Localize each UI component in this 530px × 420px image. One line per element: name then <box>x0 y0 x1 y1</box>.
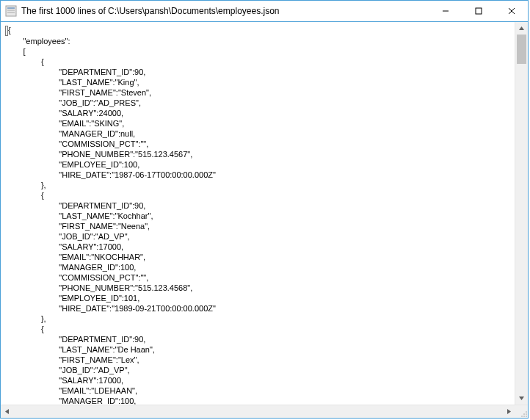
svg-marker-11 <box>507 409 511 414</box>
text-content[interactable]: { "employees": [ { "DEPARTMENT_ID":90, "… <box>1 22 515 405</box>
horizontal-scrollbar-track[interactable] <box>13 405 503 418</box>
svg-rect-5 <box>476 8 482 14</box>
vertical-scrollbar[interactable] <box>515 22 528 405</box>
close-button[interactable] <box>495 1 528 21</box>
vertical-scrollbar-thumb[interactable] <box>517 35 526 64</box>
resize-grip[interactable] <box>515 405 528 418</box>
minimize-button[interactable] <box>429 1 462 21</box>
scroll-up-arrow-icon[interactable] <box>515 22 528 35</box>
window-controls <box>429 1 528 21</box>
svg-marker-8 <box>519 26 524 30</box>
svg-point-17 <box>526 411 527 413</box>
maximize-button[interactable] <box>462 1 495 21</box>
window: The first 1000 lines of C:\Users\pansh\D… <box>0 0 529 419</box>
svg-marker-9 <box>519 397 524 400</box>
scroll-left-arrow-icon[interactable] <box>1 405 13 418</box>
window-title: The first 1000 lines of C:\Users\pansh\D… <box>21 6 429 16</box>
svg-point-16 <box>523 413 525 415</box>
horizontal-scrollbar[interactable] <box>1 405 528 418</box>
vertical-scrollbar-track[interactable] <box>515 35 528 392</box>
scroll-right-arrow-icon[interactable] <box>503 405 515 418</box>
client-area: { "employees": [ { "DEPARTMENT_ID":90, "… <box>1 22 528 418</box>
titlebar[interactable]: The first 1000 lines of C:\Users\pansh\D… <box>1 1 528 22</box>
svg-point-14 <box>526 413 527 415</box>
svg-point-15 <box>521 416 523 417</box>
svg-point-12 <box>526 416 527 417</box>
svg-rect-1 <box>7 7 15 9</box>
scroll-down-arrow-icon[interactable] <box>515 392 528 405</box>
svg-marker-10 <box>5 409 9 414</box>
svg-rect-2 <box>7 10 15 11</box>
svg-point-13 <box>523 416 525 417</box>
app-icon <box>5 5 17 17</box>
svg-rect-3 <box>7 12 15 13</box>
text-caret <box>5 26 8 36</box>
